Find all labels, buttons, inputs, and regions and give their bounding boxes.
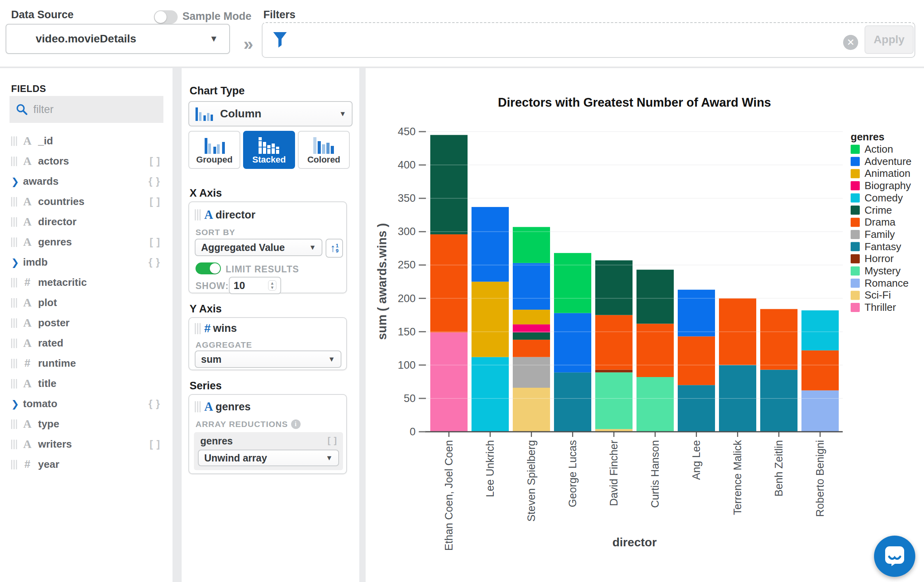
bar-segment-horror[interactable] (595, 370, 633, 373)
chat-bubble-icon (884, 546, 905, 566)
sample-mode-toggle[interactable] (154, 10, 178, 24)
bar-segment-mystery[interactable] (595, 372, 633, 429)
bar-segment-adventure[interactable] (513, 263, 550, 310)
field-row-runtime[interactable]: #runtime (0, 353, 173, 373)
sort-by-select[interactable]: Aggregated Value ▼ (195, 239, 322, 256)
bar-segment-romance[interactable] (801, 391, 839, 432)
drag-handle-icon[interactable] (11, 339, 17, 348)
expand-chevron-icon[interactable]: ❯ (11, 257, 23, 268)
field-row-metacritic[interactable]: #metacritic (0, 272, 173, 293)
bar-segment-crime[interactable] (513, 332, 550, 340)
intercom-launcher[interactable] (874, 536, 915, 577)
drag-handle-icon[interactable] (11, 460, 17, 469)
field-row-year[interactable]: #year (0, 454, 173, 475)
bar-segment-sci-fi[interactable] (513, 388, 550, 432)
field-row-_id[interactable]: A_id (0, 131, 173, 151)
limit-results-toggle[interactable] (196, 262, 221, 274)
drag-handle-icon[interactable] (195, 401, 201, 412)
drag-handle-icon[interactable] (11, 419, 17, 429)
apply-button[interactable]: Apply (865, 25, 914, 54)
field-row-poster[interactable]: Aposter (0, 313, 173, 333)
field-row-genres[interactable]: Agenres[ ] (0, 232, 173, 252)
data-source-select[interactable]: video.movieDetails ▼ (6, 24, 230, 54)
aggregate-select[interactable]: sum ▼ (195, 350, 341, 368)
drag-handle-icon[interactable] (11, 298, 17, 308)
field-row-rated[interactable]: Arated (0, 333, 173, 353)
field-row-imdb[interactable]: ❯imdb{ } (0, 252, 173, 272)
bar-segment-adventure[interactable] (472, 207, 509, 281)
drag-handle-icon[interactable] (11, 136, 17, 146)
bar-segment-fantasy[interactable] (554, 372, 591, 432)
show-count-input[interactable]: ▲▼ (229, 277, 281, 294)
bar-segment-family[interactable] (513, 357, 550, 388)
column-chart-icon (195, 106, 214, 122)
field-row-actors[interactable]: Aactors[ ] (0, 151, 173, 171)
bar-segment-crime[interactable] (636, 270, 674, 324)
bar-segment-adventure[interactable] (554, 313, 591, 373)
bar-segment-fantasy[interactable] (760, 370, 797, 432)
field-row-awards[interactable]: ❯awards{ } (0, 171, 173, 191)
bar-segment-drama[interactable] (513, 340, 550, 357)
field-row-tomato[interactable]: ❯tomato{ } (0, 394, 173, 414)
bar-segment-thriller[interactable] (430, 332, 468, 432)
bar-segment-comedy[interactable] (801, 310, 839, 350)
y-axis-field-chip[interactable]: # wins (195, 322, 237, 335)
y-tick-label: 0 (410, 426, 416, 438)
bar-segment-crime[interactable] (430, 135, 468, 234)
drag-handle-icon[interactable] (11, 157, 17, 166)
stepper-icon[interactable]: ▲▼ (268, 280, 276, 291)
collapse-chevrons-icon[interactable]: » (243, 34, 253, 54)
field-search-box[interactable] (10, 96, 163, 123)
mode-button-stacked[interactable]: Stacked (243, 131, 295, 169)
field-row-writers[interactable]: Awriters[ ] (0, 434, 173, 454)
field-row-type[interactable]: Atype (0, 414, 173, 434)
drag-handle-icon[interactable] (11, 278, 17, 287)
bar-segment-drama[interactable] (760, 309, 797, 369)
bar-segment-comedy[interactable] (472, 357, 509, 432)
field-row-countries[interactable]: Acountries[ ] (0, 191, 173, 212)
drag-handle-icon[interactable] (11, 217, 17, 227)
filter-drop-zone[interactable] (262, 22, 915, 58)
show-count-value[interactable] (234, 280, 257, 292)
reduction-select[interactable]: Unwind array ▼ (198, 450, 339, 466)
drag-handle-icon[interactable] (195, 209, 201, 220)
bar-segment-drama[interactable] (430, 234, 468, 332)
bar-segment-action[interactable] (554, 253, 591, 313)
expand-chevron-icon[interactable]: ❯ (11, 398, 23, 410)
drag-handle-icon[interactable] (11, 359, 17, 368)
bar-segment-animation[interactable] (513, 310, 550, 324)
bar-segment-mystery[interactable] (636, 377, 674, 432)
expand-chevron-icon[interactable]: ❯ (11, 176, 23, 187)
field-row-plot[interactable]: Aplot (0, 293, 173, 313)
drag-handle-icon[interactable] (11, 197, 17, 207)
x-axis-field-chip[interactable]: A director (195, 208, 255, 222)
bar-segment-action[interactable] (513, 227, 550, 263)
bar-segment-adventure[interactable] (678, 290, 715, 337)
drag-handle-icon[interactable] (11, 440, 17, 449)
info-icon[interactable]: i (291, 419, 301, 429)
mode-button-colored[interactable]: Colored (298, 131, 350, 169)
series-field-chip[interactable]: A genres (195, 400, 251, 414)
drag-handle-icon[interactable] (11, 379, 17, 389)
bar-segment-crime[interactable] (595, 260, 633, 315)
drag-handle-icon[interactable] (195, 323, 201, 334)
bar-segment-biography[interactable] (513, 324, 550, 332)
field-filter-input[interactable] (33, 103, 148, 116)
bar-segment-drama[interactable] (595, 315, 633, 370)
bar-segment-animation[interactable] (472, 282, 509, 357)
object-badge: { } (149, 398, 161, 410)
bar-segment-drama[interactable] (801, 350, 839, 391)
field-row-title[interactable]: Atitle (0, 373, 173, 394)
clear-filter-icon[interactable]: ✕ (843, 35, 858, 50)
toggle-knob (155, 11, 167, 23)
grouped-bars-icon (201, 136, 228, 155)
chart-type-select[interactable]: Column ▼ (188, 101, 353, 126)
field-row-director[interactable]: Adirector (0, 212, 173, 232)
legend-swatch-crime (851, 206, 860, 215)
mode-button-grouped[interactable]: Grouped (188, 131, 240, 169)
sort-direction-button[interactable]: ↑ 19 (326, 239, 343, 258)
drag-handle-icon[interactable] (11, 318, 17, 328)
drag-handle-icon[interactable] (11, 237, 17, 247)
bar-segment-fantasy[interactable] (678, 385, 715, 432)
bar-segment-drama[interactable] (678, 336, 715, 385)
